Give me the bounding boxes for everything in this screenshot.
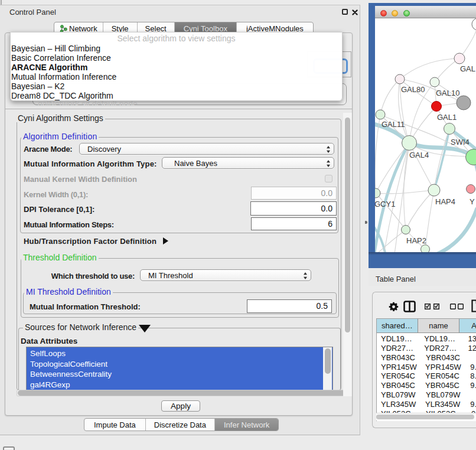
svg-text:GAL10: GAL10 [436,89,459,97]
svg-text:GAL11: GAL11 [382,120,405,129]
svg-text:GAL4: GAL4 [409,151,429,159]
svg-text:HAP4: HAP4 [435,197,455,206]
svg-text:HAP2: HAP2 [406,236,426,245]
svg-text:GAL: GAL [460,64,475,73]
svg-text:SWI4: SWI4 [451,138,470,146]
svg-text:GCY1: GCY1 [375,200,395,208]
svg-text:GAL80: GAL80 [401,85,425,94]
svg-text:Y: Y [470,197,475,206]
svg-text:GAL1: GAL1 [437,113,457,122]
